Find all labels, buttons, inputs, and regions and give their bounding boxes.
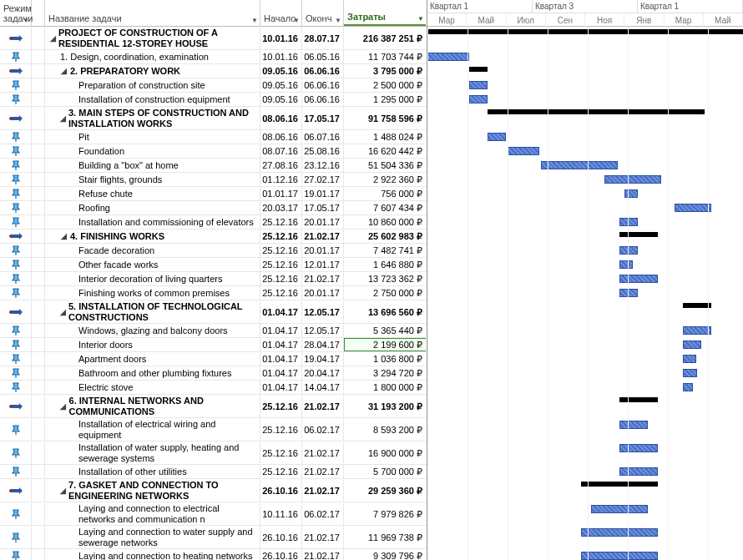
- task-row[interactable]: Windows, glazing and balcony doors01.04.…: [0, 324, 427, 338]
- task-name-cell[interactable]: 1. Design, coordination, examination: [45, 50, 260, 63]
- task-end-cell[interactable]: 28.04.17: [302, 338, 344, 351]
- task-end-cell[interactable]: 19.04.17: [302, 352, 344, 366]
- task-name-cell[interactable]: Preparation of construction site: [45, 78, 260, 92]
- task-name-cell[interactable]: Other facade works: [45, 258, 260, 271]
- task-row[interactable]: ◢6. INTERNAL NETWORKS AND COMMUNICATIONS…: [0, 395, 427, 418]
- task-name-cell[interactable]: ◢3. MAIN STEPS OF CONSTRUCTION AND INSTA…: [45, 108, 260, 129]
- collapse-toggle-icon[interactable]: ◢: [60, 487, 66, 495]
- task-end-cell[interactable]: 21.02.17: [302, 272, 344, 285]
- task-mode-cell[interactable]: [0, 272, 32, 285]
- task-row[interactable]: Installation of construction equipment09…: [0, 93, 427, 107]
- task-name-cell[interactable]: Electric stove: [45, 381, 260, 394]
- task-name-cell[interactable]: ◢5. INSTALLATION OF TECHNOLOGICAL CONSTR…: [45, 301, 260, 323]
- task-cost-cell[interactable]: 13 723 362 ₽: [344, 272, 426, 285]
- collapse-toggle-icon[interactable]: ◢: [60, 403, 67, 411]
- task-bar[interactable]: [619, 218, 638, 226]
- task-name-cell[interactable]: Installation of electrical wiring and eq…: [45, 419, 260, 441]
- summary-bar[interactable]: [581, 482, 658, 487]
- task-end-cell[interactable]: 12.05.17: [302, 324, 344, 337]
- task-end-cell[interactable]: 17.05.17: [302, 201, 344, 214]
- task-row[interactable]: Refuse chute01.01.1719.01.17756 000 ₽: [0, 187, 427, 201]
- task-start-cell[interactable]: 25.12.16: [260, 286, 302, 300]
- chevron-down-icon[interactable]: ▼: [335, 17, 341, 24]
- task-end-cell[interactable]: 21.02.17: [302, 549, 344, 560]
- task-start-cell[interactable]: 26.10.16: [260, 549, 302, 560]
- task-name-cell[interactable]: ◢4. FINISHING WORKS: [45, 230, 260, 243]
- col-header-mode[interactable]: Режим задачи▼: [0, 0, 32, 26]
- task-start-cell[interactable]: 25.12.16: [260, 442, 302, 464]
- task-cost-cell[interactable]: 216 387 251 ₽: [344, 28, 426, 49]
- task-start-cell[interactable]: 25.12.16: [260, 258, 302, 271]
- task-bar[interactable]: [581, 528, 658, 537]
- task-start-cell[interactable]: 08.06.16: [260, 108, 302, 129]
- task-end-cell[interactable]: 06.07.16: [302, 130, 344, 144]
- task-cost-cell[interactable]: 13 696 560 ₽: [344, 301, 426, 323]
- task-name-cell[interactable]: Refuse chute: [45, 187, 260, 200]
- task-mode-cell[interactable]: [0, 201, 32, 214]
- col-header-name[interactable]: Название задачи▼: [45, 0, 260, 26]
- task-row[interactable]: ◢3. MAIN STEPS OF CONSTRUCTION AND INSTA…: [0, 107, 427, 130]
- task-cost-cell[interactable]: 2 500 000 ₽: [344, 78, 426, 92]
- task-cost-cell[interactable]: 5 365 440 ₽: [344, 324, 426, 337]
- task-mode-cell[interactable]: [0, 442, 32, 464]
- task-mode-cell[interactable]: [0, 50, 32, 63]
- task-cost-cell[interactable]: 8 593 200 ₽: [344, 419, 426, 441]
- task-row[interactable]: Installation of electrical wiring and eq…: [0, 418, 427, 441]
- task-cost-cell[interactable]: 3 795 000 ₽: [344, 64, 426, 78]
- task-bar[interactable]: [619, 289, 638, 297]
- task-row[interactable]: Bathroom and other plumbing fixtures01.0…: [0, 366, 427, 381]
- task-mode-cell[interactable]: [0, 244, 32, 257]
- task-cost-cell[interactable]: 16 620 442 ₽: [344, 144, 426, 158]
- summary-bar[interactable]: [619, 232, 658, 237]
- task-end-cell[interactable]: 06.06.16: [302, 93, 344, 106]
- task-row[interactable]: 1. Design, coordination, examination10.0…: [0, 50, 427, 64]
- task-cost-cell[interactable]: 7 607 434 ₽: [344, 201, 426, 214]
- chevron-down-icon[interactable]: ▼: [23, 17, 29, 24]
- task-cost-cell[interactable]: 2 199 600 ₽: [344, 338, 426, 351]
- task-row[interactable]: ◢PROJECT OF CONSTRUCTION OF A RESIDENTIA…: [0, 27, 427, 50]
- col-header-end[interactable]: Оконч▼: [302, 0, 344, 26]
- chevron-down-icon[interactable]: ▼: [251, 17, 258, 24]
- task-start-cell[interactable]: 10.01.16: [260, 50, 302, 63]
- task-bar[interactable]: [683, 341, 701, 349]
- task-end-cell[interactable]: 06.05.16: [302, 50, 344, 63]
- task-end-cell[interactable]: 25.08.16: [302, 144, 344, 158]
- task-name-cell[interactable]: Installation of water supply, heating an…: [45, 442, 260, 464]
- task-row[interactable]: ◢2. PREPARATORY WORK09.05.1606.06.163 79…: [0, 64, 427, 78]
- task-name-cell[interactable]: Apartment doors: [45, 352, 260, 366]
- task-name-cell[interactable]: Bathroom and other plumbing fixtures: [45, 366, 260, 380]
- task-name-cell[interactable]: Roofing: [45, 201, 260, 214]
- task-end-cell[interactable]: 27.02.17: [302, 173, 344, 186]
- summary-bar[interactable]: [619, 397, 658, 402]
- task-bar[interactable]: [683, 383, 693, 391]
- summary-bar[interactable]: [427, 29, 743, 34]
- task-row[interactable]: Preparation of construction site09.05.16…: [0, 78, 427, 93]
- task-start-cell[interactable]: 26.10.16: [260, 480, 302, 502]
- task-start-cell[interactable]: 09.05.16: [260, 64, 302, 78]
- task-end-cell[interactable]: 20.01.17: [302, 244, 344, 257]
- chevron-down-icon[interactable]: ▼: [417, 15, 424, 23]
- task-bar[interactable]: [469, 81, 488, 89]
- task-bar[interactable]: [683, 326, 711, 335]
- task-start-cell[interactable]: 25.12.16: [260, 396, 302, 417]
- task-row[interactable]: Pit08.06.1606.07.161 488 024 ₽: [0, 130, 427, 144]
- task-row[interactable]: Building a "box" at home27.08.1623.12.16…: [0, 159, 427, 173]
- task-cost-cell[interactable]: 1 295 000 ₽: [344, 93, 426, 106]
- task-mode-cell[interactable]: [0, 465, 32, 478]
- task-row[interactable]: Apartment doors01.04.1719.04.171 036 800…: [0, 352, 427, 366]
- task-mode-cell[interactable]: [0, 230, 32, 243]
- task-bar[interactable]: [604, 175, 661, 184]
- task-cost-cell[interactable]: 7 979 826 ₽: [344, 503, 426, 525]
- task-mode-cell[interactable]: [0, 527, 32, 548]
- task-bar[interactable]: [619, 467, 658, 476]
- task-start-cell[interactable]: 25.12.16: [260, 419, 302, 441]
- task-row[interactable]: Laying and connection to water supply an…: [0, 526, 427, 549]
- task-bar[interactable]: [619, 444, 658, 452]
- task-bar[interactable]: [675, 204, 711, 212]
- task-cost-cell[interactable]: 9 309 796 ₽: [344, 549, 426, 560]
- task-name-cell[interactable]: Interior doors: [45, 338, 260, 351]
- task-name-cell[interactable]: Installation of construction equipment: [45, 93, 260, 106]
- task-mode-cell[interactable]: [0, 64, 32, 78]
- task-end-cell[interactable]: 06.06.16: [302, 64, 344, 78]
- task-end-cell[interactable]: 12.05.17: [302, 301, 344, 323]
